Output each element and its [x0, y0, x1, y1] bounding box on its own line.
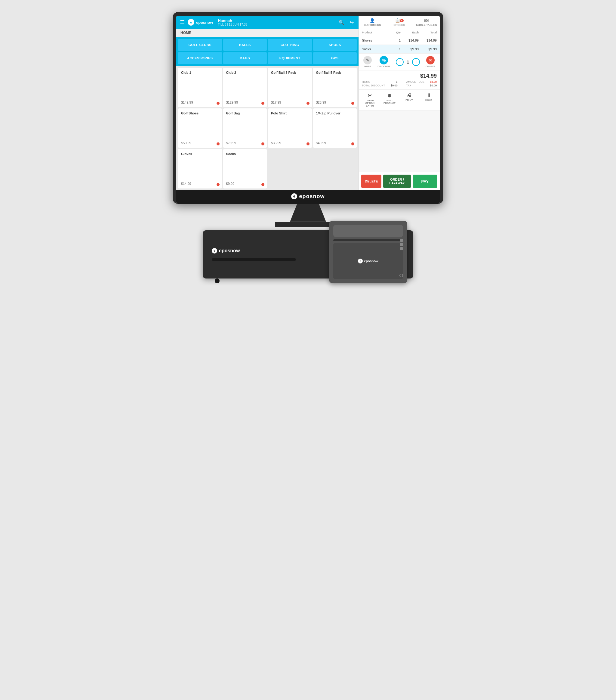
- tab-customers-label: CUSTOMERS: [364, 24, 381, 26]
- order-item-gloves[interactable]: Gloves 1 $14.99 $14.99: [359, 36, 440, 45]
- tab-orders-label: ORDERS: [394, 24, 405, 26]
- qty-minus-button[interactable]: −: [396, 58, 403, 66]
- order-layaway-button[interactable]: ORDER / LAYAWAY: [383, 175, 411, 188]
- qty-plus-button[interactable]: +: [412, 58, 420, 66]
- item-each: $14.99: [401, 39, 419, 42]
- category-btn-balls[interactable]: BALLS: [223, 39, 267, 51]
- hardware-section: e eposnow: [172, 227, 444, 283]
- product-dot: [261, 183, 265, 186]
- misc-icon: ⊕: [387, 93, 391, 98]
- item-delete-button[interactable]: ✕ DELETE: [426, 56, 435, 68]
- dining-option-button[interactable]: ✂ DINING OPTIONEAT IN: [361, 91, 379, 108]
- printer-brand: e eposnow: [358, 259, 378, 263]
- product-card-golfball3[interactable]: Golf Ball 3 Pack $17.99: [268, 68, 312, 107]
- search-icon[interactable]: 🔍: [337, 18, 346, 26]
- printer-power-button[interactable]: [399, 274, 403, 277]
- monitor-stand: [290, 204, 326, 222]
- drawer-logo-circle: e: [212, 248, 217, 253]
- product-price: $35.99: [271, 141, 309, 145]
- delete-button[interactable]: DELETE: [361, 175, 381, 188]
- right-tabs: 👤 CUSTOMERS 📋6 ORDERS 🍽 TABS & TABLES: [359, 16, 440, 29]
- product-price: $23.99: [316, 101, 354, 104]
- item-name: Gloves: [362, 39, 389, 42]
- screen: ☰ e eposnow Hannah TILL 3 | 11 JUN 17:35: [176, 16, 440, 204]
- totals-section: $14.99 ITEMS TOTAL DISCOUNT 1 $0.00: [359, 71, 440, 90]
- product-name: Golf Shoes: [181, 111, 219, 115]
- amount-due-label: AMOUNT DUE: [406, 80, 424, 84]
- item-name: Socks: [362, 47, 389, 51]
- tab-orders[interactable]: 📋6 ORDERS: [386, 16, 413, 29]
- product-card-golf-shoes[interactable]: Golf Shoes $59.99: [178, 108, 222, 148]
- product-card-golfball5[interactable]: Golf Ball 5 Pack $23.99: [313, 68, 357, 107]
- monitor-brand-name: eposnow: [299, 193, 324, 200]
- note-button[interactable]: ✎ NOTE: [363, 56, 372, 68]
- product-card-polo[interactable]: Polo Shirt $35.99: [268, 108, 312, 148]
- items-value: 1: [396, 80, 398, 84]
- col-product: Product: [362, 31, 389, 34]
- item-qty: 1: [389, 39, 401, 42]
- product-card-club1[interactable]: Club 1 $149.99: [178, 68, 222, 107]
- hold-button[interactable]: ⏸ HOLD: [420, 91, 438, 108]
- category-btn-equipment[interactable]: EQUIPMENT: [268, 52, 312, 64]
- product-card-gloves[interactable]: Gloves $14.99: [178, 149, 222, 188]
- right-panel: 👤 CUSTOMERS 📋6 ORDERS 🍽 TABS & TABLES: [359, 16, 440, 190]
- discount-label: DISCOUNT: [377, 65, 390, 68]
- product-price: $9.99: [226, 182, 264, 186]
- till-info: TILL 3 | 11 JUN 17:35: [218, 23, 247, 26]
- receipt-printer: e eposnow: [329, 221, 407, 283]
- discount-button[interactable]: % DISCOUNT: [377, 56, 390, 68]
- product-name: Golf Ball 5 Pack: [316, 71, 354, 74]
- pos-app: ☰ e eposnow Hannah TILL 3 | 11 JUN 17:35: [176, 16, 440, 190]
- category-btn-gps[interactable]: GPS: [313, 52, 357, 64]
- tab-customers[interactable]: 👤 CUSTOMERS: [359, 16, 386, 29]
- misc-product-button[interactable]: ⊕ MISC PRODUCT: [380, 91, 399, 108]
- misc-label: MISC PRODUCT: [381, 99, 398, 104]
- print-button[interactable]: 🖨 PRINT: [400, 91, 419, 108]
- product-price: $59.99: [181, 141, 219, 145]
- product-name: Club 1: [181, 71, 219, 74]
- note-label: NOTE: [364, 65, 371, 68]
- tab-tabs-tables[interactable]: 🍽 TABS & TABLES: [413, 16, 440, 29]
- breadcrumb: HOME: [176, 29, 359, 37]
- printer-btn-2: [400, 243, 403, 246]
- order-header: Product Qty Each Total: [359, 29, 440, 36]
- action-row: ✂ DINING OPTIONEAT IN ⊕ MISC PRODUCT 🖨 P…: [359, 90, 440, 111]
- product-card-club2[interactable]: Club 2 $129.99: [223, 68, 267, 107]
- top-bar: ☰ e eposnow Hannah TILL 3 | 11 JUN 17:35: [176, 16, 359, 29]
- brand-area: e eposnow: [188, 19, 213, 26]
- user-name: Hannah: [218, 18, 247, 23]
- printer-btn-3: [400, 247, 403, 250]
- product-dot: [351, 142, 354, 146]
- order-item-socks[interactable]: Socks 1 $9.99 $9.99: [359, 45, 440, 53]
- category-btn-bags[interactable]: BAGS: [223, 52, 267, 64]
- printer-paper-slot: [333, 239, 403, 241]
- product-price: $14.99: [181, 182, 219, 186]
- orders-badge: 6: [400, 19, 403, 22]
- category-btn-clothing[interactable]: CLOTHING: [268, 39, 312, 51]
- product-card-socks[interactable]: Socks $9.99: [223, 149, 267, 188]
- product-name: 1/4 Zip Pullover: [316, 111, 354, 115]
- product-name: Golf Bag: [226, 111, 264, 115]
- category-btn-shoes[interactable]: SHOES: [313, 39, 357, 51]
- product-name: Gloves: [181, 152, 219, 156]
- orders-icon: 📋6: [395, 18, 403, 23]
- pay-button[interactable]: PAY: [413, 175, 437, 188]
- menu-icon[interactable]: ☰: [180, 19, 185, 26]
- delete-label: DELETE: [426, 65, 435, 68]
- product-card-golf-bag[interactable]: Golf Bag $79.99: [223, 108, 267, 148]
- left-panel: ☰ e eposnow Hannah TILL 3 | 11 JUN 17:35: [176, 16, 359, 190]
- items-label: ITEMS: [362, 80, 385, 84]
- item-total: $9.99: [419, 47, 437, 51]
- col-total: Total: [419, 31, 437, 34]
- category-btn-golf-clubs[interactable]: GOLF CLUBS: [178, 39, 222, 51]
- total-value: $14.99: [420, 73, 437, 79]
- discount-total-value: $0.00: [391, 84, 398, 87]
- customers-icon: 👤: [370, 18, 375, 23]
- printer-top: [333, 225, 403, 237]
- product-card-zip-pullover[interactable]: 1/4 Zip Pullover $49.99: [313, 108, 357, 148]
- item-total: $14.99: [419, 39, 437, 42]
- tax-label: TAX: [406, 84, 424, 87]
- product-dot: [307, 142, 309, 146]
- logout-icon[interactable]: ↪: [349, 18, 355, 26]
- category-btn-accessories[interactable]: ACCESSORIES: [178, 52, 222, 64]
